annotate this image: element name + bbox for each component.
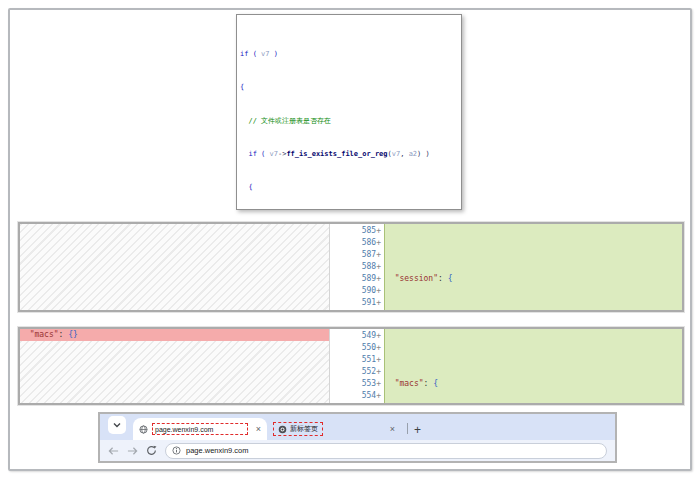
diff-panel-macs: "macs": {} 549+ 550+ 551+ 552+ 553+ 554+…	[18, 327, 684, 405]
forward-icon[interactable]	[127, 446, 138, 456]
tab-title: 新标签页	[290, 424, 318, 434]
highlight-box-tab2: 新标签页	[273, 422, 323, 436]
line-number: 552+	[352, 366, 381, 378]
diff-empty-hatch	[20, 224, 329, 310]
tab-strip: page.wenxin9.com × 新标签页 × +	[100, 414, 615, 440]
back-icon[interactable]	[108, 446, 119, 456]
diff-panel-session: 585+ 586+ 587+ 588+ 589+ 590+ 591+ "sess…	[18, 222, 684, 312]
address-text: page.wenxin9.com	[186, 446, 249, 455]
browser-window: page.wenxin9.com × 新标签页 × +	[98, 412, 617, 463]
code-line: {	[240, 183, 461, 191]
line-number: 589+	[352, 273, 381, 285]
line-number: 554+	[352, 390, 381, 402]
diff-old-side: "macs": {}	[20, 329, 330, 403]
line-number: 587+	[352, 249, 381, 261]
tab-active-wenxin9[interactable]: page.wenxin9.com ×	[133, 418, 267, 440]
tab-title: page.wenxin9.com	[155, 426, 213, 433]
diff-added-line: "session": {	[385, 273, 682, 285]
globe-favicon-icon	[139, 425, 148, 434]
diff-added-content: "session": { "restore_on_startup": 4, "s…	[384, 224, 682, 310]
code-line: {	[240, 83, 461, 91]
line-number: 551+	[352, 354, 381, 366]
highlight-box-tab1: page.wenxin9.com	[152, 423, 248, 435]
tab-inactive-newtab[interactable]: 新标签页 ×	[267, 418, 401, 440]
code-line: if ( v7->ff_is_exists_file_or_reg(v7, a2…	[240, 150, 461, 158]
tab-search-button[interactable]	[108, 416, 126, 434]
chevron-down-icon	[112, 420, 122, 430]
line-number: 590+	[352, 285, 381, 297]
decompiler-code-panel: if ( v7 ) { // 文件或注册表是否存在 if ( v7->ff_is…	[236, 14, 462, 210]
diff-left-gutter	[330, 329, 352, 403]
diff-line-numbers: 585+ 586+ 587+ 588+ 589+ 590+ 591+	[352, 224, 384, 310]
tab-close-button[interactable]: ×	[390, 425, 395, 434]
diff-line-numbers: 549+ 550+ 551+ 552+ 553+ 554+	[352, 329, 384, 403]
info-icon[interactable]	[172, 446, 181, 455]
line-number: 550+	[352, 342, 381, 354]
diff-added-content: "macs": { "session": { "restore_on_start…	[384, 329, 682, 403]
code-line: if ( v7 )	[240, 50, 461, 58]
line-number: 591+	[352, 297, 381, 309]
address-bar[interactable]: page.wenxin9.com	[165, 443, 607, 459]
new-tab-button[interactable]: +	[414, 424, 421, 436]
diff-left-gutter	[330, 224, 352, 310]
diff-empty-hatch	[20, 341, 329, 403]
line-number: 549+	[352, 330, 381, 342]
browser-toolbar: page.wenxin9.com	[100, 440, 615, 461]
tab-separator	[407, 423, 408, 434]
newtab-favicon-icon	[278, 425, 287, 434]
line-number: 585+	[352, 225, 381, 237]
code-line: // 文件或注册表是否存在	[240, 117, 461, 125]
tab-close-button[interactable]: ×	[256, 425, 261, 434]
line-number: 553+	[352, 378, 381, 390]
diff-old-side	[20, 224, 330, 310]
diff-removed-line: "macs": {}	[20, 329, 329, 341]
line-number: 588+	[352, 261, 381, 273]
reload-icon[interactable]	[146, 445, 157, 456]
line-number: 586+	[352, 237, 381, 249]
diff-added-line: "macs": {	[385, 378, 682, 390]
